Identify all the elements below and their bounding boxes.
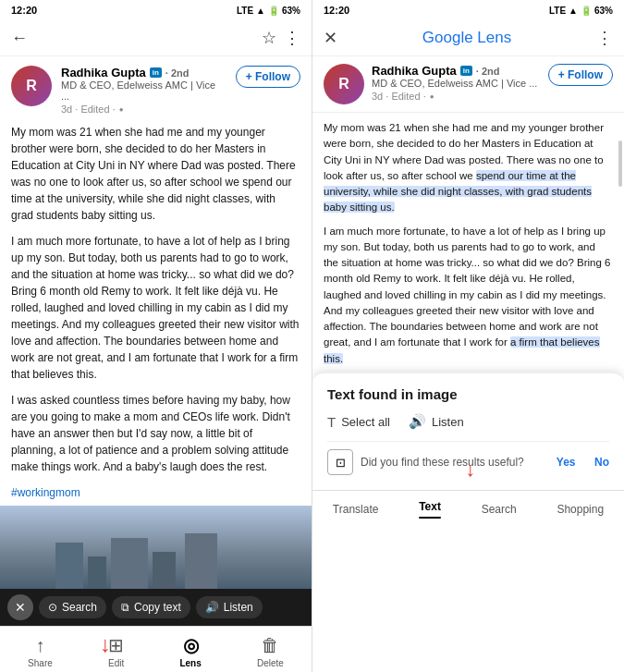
svg-rect-5 bbox=[185, 533, 217, 589]
right-status-icons: LTE ▲ 🔋 63% bbox=[549, 6, 613, 16]
copy-icon: ⧉ bbox=[121, 601, 129, 614]
post-image bbox=[0, 506, 312, 589]
left-bottom-nav: ↑ Share ⊞ Edit ◎ Lens 🗑 Delete bbox=[0, 626, 312, 672]
search-icon: ⊙ bbox=[48, 601, 57, 614]
feedback-no-button[interactable]: No bbox=[594, 456, 609, 469]
select-all-button[interactable]: T Select all bbox=[327, 413, 390, 430]
svg-rect-1 bbox=[55, 543, 83, 589]
profile-subtitle: MD & CEO, Edelweiss AMC | Vice ... bbox=[61, 79, 226, 102]
right-profile-subtitle: MD & CEO, Edelweiss AMC | Vice ... bbox=[372, 78, 541, 89]
back-icon[interactable]: ← bbox=[11, 29, 28, 48]
feedback-text: Did you find these results useful? bbox=[361, 456, 549, 469]
text-found-title: Text found in image bbox=[327, 386, 609, 402]
feedback-icon: ⊡ bbox=[327, 449, 353, 475]
left-bottom-toolbar: ✕ ⊙ Search ⧉ Copy text 🔊 Listen ↓ bbox=[0, 589, 312, 626]
tab-translate[interactable]: Translate bbox=[333, 503, 379, 516]
right-paragraph-2: I am much more fortunate, to have a lot … bbox=[324, 224, 613, 367]
more-options-icon[interactable]: ⋮ bbox=[284, 28, 300, 48]
right-linkedin-badge: in bbox=[460, 66, 472, 76]
listen-button[interactable]: 🔊 Listen bbox=[196, 596, 263, 618]
feedback-yes-button[interactable]: Yes bbox=[557, 456, 576, 469]
scrollbar[interactable] bbox=[618, 141, 622, 187]
right-post-meta: 3d · Edited · ● bbox=[372, 91, 541, 102]
listen-button-right[interactable]: 🔊 Listen bbox=[409, 413, 464, 430]
search-button[interactable]: ⊙ Search bbox=[39, 596, 106, 618]
left-status-icons: LTE ▲ 🔋 63% bbox=[237, 6, 300, 16]
tab-search[interactable]: Search bbox=[482, 503, 517, 516]
right-more-icon[interactable]: ⋮ bbox=[596, 28, 613, 48]
listen-icon-right: 🔊 bbox=[409, 413, 426, 430]
avatar: R bbox=[11, 66, 52, 106]
nav-lens[interactable]: ◎ Lens bbox=[179, 634, 201, 668]
connection-badge: · 2nd bbox=[165, 67, 190, 79]
left-time: 12:20 bbox=[11, 5, 37, 16]
follow-button[interactable]: + Follow bbox=[236, 66, 300, 88]
right-profile-name: Radhika Gupta in · 2nd bbox=[372, 64, 541, 78]
tab-shopping[interactable]: Shopping bbox=[557, 503, 604, 516]
lens-icon: ◎ bbox=[183, 634, 199, 656]
right-panel: 12:20 LTE ▲ 🔋 63% ✕ Google Lens ⋮ R Radh… bbox=[312, 0, 624, 672]
highlighted-text-2: a firm that believes this. bbox=[324, 336, 600, 363]
right-post-content: My mom was 21 when she had me and my you… bbox=[312, 113, 624, 372]
right-paragraph-1: My mom was 21 when she had me and my you… bbox=[324, 120, 613, 216]
right-topbar: ✕ Google Lens ⋮ bbox=[312, 20, 624, 56]
left-profile-section: R Radhika Gupta in · 2nd MD & CEO, Edelw… bbox=[0, 56, 312, 124]
nav-delete[interactable]: 🗑 Delete bbox=[257, 635, 284, 668]
close-icon[interactable]: ✕ bbox=[324, 28, 337, 48]
right-status-bar: 12:20 LTE ▲ 🔋 63% bbox=[312, 0, 624, 20]
tab-text[interactable]: Text bbox=[419, 500, 441, 519]
right-profile-section: R Radhika Gupta in · 2nd MD & CEO, Edelw… bbox=[312, 56, 624, 113]
svg-rect-2 bbox=[88, 556, 106, 589]
bookmark-icon[interactable]: ☆ bbox=[262, 28, 276, 48]
profile-name: Radhika Gupta in · 2nd bbox=[61, 66, 226, 79]
svg-rect-3 bbox=[111, 538, 148, 589]
red-arrow-left: ↓ bbox=[100, 631, 111, 657]
right-time: 12:20 bbox=[324, 5, 349, 16]
copy-text-button[interactable]: ⧉ Copy text bbox=[112, 596, 190, 618]
post-paragraph-3: I was asked countless times before havin… bbox=[11, 392, 300, 475]
nav-share[interactable]: ↑ Share bbox=[28, 635, 53, 668]
highlighted-text-1: spend our time at the university, while … bbox=[324, 170, 592, 214]
svg-rect-4 bbox=[153, 552, 176, 589]
left-status-bar: 12:20 LTE ▲ 🔋 63% bbox=[0, 0, 312, 20]
post-paragraph-1: My mom was 21 when she had me and my you… bbox=[11, 124, 300, 224]
right-bottom-tabs: Translate Text Search Shopping ↓ bbox=[312, 490, 624, 524]
app-title: Google Lens bbox=[345, 29, 589, 47]
share-icon: ↑ bbox=[35, 635, 44, 656]
left-panel: 12:20 LTE ▲ 🔋 63% ← ☆ ⋮ R Radhika Gupta … bbox=[0, 0, 312, 672]
toolbar-close-button[interactable]: ✕ bbox=[7, 594, 33, 620]
post-meta: 3d · Edited · ● bbox=[61, 104, 226, 115]
right-follow-button[interactable]: + Follow bbox=[548, 64, 613, 86]
text-found-actions: T Select all 🔊 Listen bbox=[327, 413, 609, 430]
post-paragraph-2: I am much more fortunate, to have a lot … bbox=[11, 233, 300, 383]
left-post-content: My mom was 21 when she had me and my you… bbox=[0, 124, 312, 506]
profile-info: Radhika Gupta in · 2nd MD & CEO, Edelwei… bbox=[61, 66, 226, 115]
linkedin-badge: in bbox=[150, 67, 162, 78]
right-profile-info: Radhika Gupta in · 2nd MD & CEO, Edelwei… bbox=[372, 64, 541, 102]
hashtag[interactable]: #workingmom bbox=[11, 484, 300, 501]
select-all-icon: T bbox=[327, 414, 336, 430]
delete-icon: 🗑 bbox=[261, 635, 279, 656]
listen-icon: 🔊 bbox=[205, 601, 219, 614]
left-topbar: ← ☆ ⋮ bbox=[0, 20, 312, 56]
right-connection: · 2nd bbox=[476, 66, 500, 77]
right-avatar: R bbox=[324, 64, 364, 104]
red-arrow-right: ↓ bbox=[465, 458, 475, 482]
